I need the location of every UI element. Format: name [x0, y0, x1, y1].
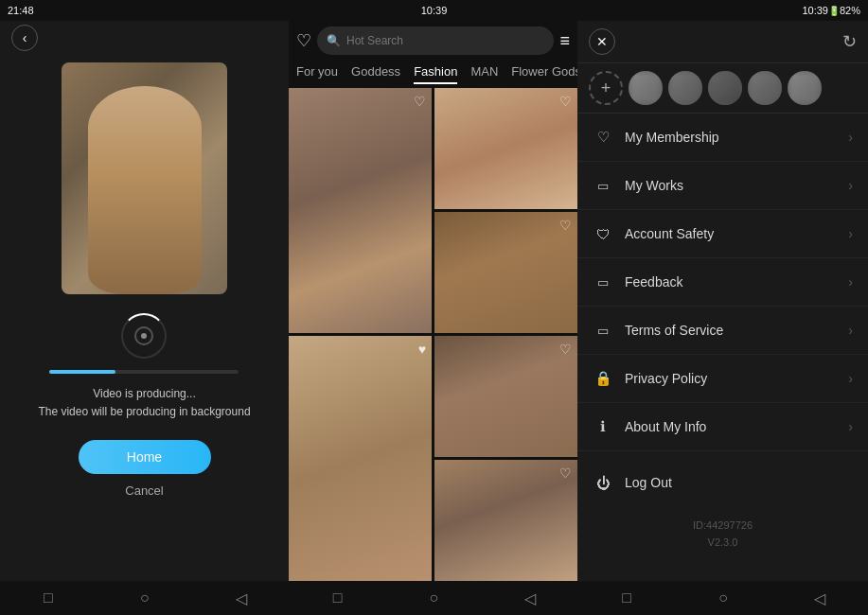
- menu-icon[interactable]: ≡: [559, 31, 570, 51]
- battery-icon-right: 🔋: [828, 6, 840, 16]
- privacy-label: Privacy Policy: [625, 371, 848, 386]
- cancel-button[interactable]: Cancel: [125, 483, 163, 498]
- time-left: 21:48: [8, 5, 34, 16]
- membership-label: My Membership: [625, 130, 848, 145]
- grid-cell-1: ♡: [289, 88, 432, 333]
- heart-overlay-6[interactable]: ♡: [559, 466, 572, 481]
- refresh-button[interactable]: ↻: [842, 31, 857, 52]
- search-bar[interactable]: 🔍: [317, 26, 554, 55]
- grid-cell-5: ♡: [434, 336, 577, 457]
- avatar-3[interactable]: [708, 71, 742, 105]
- menu-item-works[interactable]: ▭ My Works ›: [577, 162, 868, 210]
- heart-overlay-1[interactable]: ♡: [414, 94, 426, 109]
- menu-list: ♡ My Membership › ▭ My Works › 🛡 Account…: [577, 114, 868, 581]
- search-input[interactable]: [346, 34, 544, 47]
- mid-top-bar: ♡ 🔍 ≡: [289, 21, 577, 61]
- tab-fashion[interactable]: Fashion: [414, 64, 457, 84]
- account-safety-arrow: ›: [848, 226, 853, 241]
- avatar-5[interactable]: [788, 71, 822, 105]
- menu-item-logout[interactable]: ⏻ Log Out: [577, 459, 868, 506]
- heart-icon[interactable]: ♡: [296, 30, 311, 51]
- tab-man[interactable]: MAN: [470, 64, 498, 84]
- terms-icon: ▭: [593, 320, 613, 341]
- left-top-bar: ‹: [0, 21, 289, 55]
- menu-item-terms[interactable]: ▭ Terms of Service ›: [577, 307, 868, 355]
- about-label: About My Info: [625, 419, 848, 434]
- progress-bar-fill: [49, 370, 115, 374]
- works-label: My Works: [625, 178, 848, 193]
- avatar-1[interactable]: [629, 71, 663, 105]
- tab-flower-gods[interactable]: Flower Gods: [511, 64, 577, 84]
- bottom-nav: □ ○ ◁ □ ○ ◁ □ ○ ◁: [0, 581, 868, 615]
- works-icon: ▭: [593, 175, 613, 196]
- close-button[interactable]: ✕: [589, 28, 615, 55]
- tab-goddess[interactable]: Goddess: [351, 64, 400, 84]
- nav-circle-1[interactable]: ○: [133, 587, 156, 609]
- battery-right: 82%: [840, 5, 860, 16]
- producing-text: Video is producing... The video will be …: [38, 385, 250, 421]
- privacy-icon: 🔒: [593, 368, 613, 389]
- about-icon: ℹ: [593, 416, 613, 437]
- grid-cell-2: ♡: [434, 88, 577, 209]
- tab-for-you[interactable]: For you: [296, 64, 338, 84]
- menu-item-feedback[interactable]: ▭ Feedback ›: [577, 258, 868, 307]
- logout-label: Log Out: [625, 475, 672, 490]
- about-arrow: ›: [848, 419, 853, 434]
- grid-cell-3: ♡: [434, 212, 577, 333]
- left-panel: ‹ Video is producing... The video will b…: [0, 21, 289, 581]
- feedback-label: Feedback: [625, 274, 848, 290]
- home-button[interactable]: Home: [79, 440, 211, 474]
- preview-image: [62, 62, 227, 294]
- membership-icon: ♡: [593, 127, 613, 148]
- terms-label: Terms of Service: [625, 323, 848, 338]
- spinner: [121, 313, 167, 359]
- feedback-icon: ▭: [593, 272, 613, 292]
- status-bar-right: 10:39 🔋 82%: [576, 5, 860, 16]
- account-safety-label: Account Safety: [625, 226, 848, 241]
- feedback-arrow: ›: [848, 274, 853, 290]
- privacy-arrow: ›: [848, 371, 853, 386]
- nav-tabs: For you Goddess Fashion MAN Flower Gods …: [289, 61, 577, 88]
- time-mid: 10:39: [421, 5, 448, 16]
- nav-square-1[interactable]: □: [37, 587, 60, 609]
- figure-preview: [88, 86, 202, 294]
- nav-square-3[interactable]: □: [615, 587, 638, 609]
- spinner-inner: [134, 326, 153, 345]
- menu-item-about[interactable]: ℹ About My Info ›: [577, 403, 868, 451]
- progress-bar-container: [49, 370, 239, 374]
- grid-cell-4: ♥: [289, 336, 432, 581]
- works-arrow: ›: [848, 178, 853, 193]
- avatar-2[interactable]: [668, 71, 702, 105]
- terms-arrow: ›: [848, 323, 853, 338]
- image-grid: ♡ ♡ ♡ ♥ ♡ ♡: [289, 88, 577, 581]
- version-info: ID:44297726 V2.3.0: [577, 506, 868, 562]
- heart-overlay-4[interactable]: ♥: [418, 342, 426, 357]
- mid-panel: ♡ 🔍 ≡ For you Goddess Fashion MAN Flower…: [289, 21, 577, 581]
- menu-item-privacy[interactable]: 🔒 Privacy Policy ›: [577, 355, 868, 403]
- heart-overlay-5[interactable]: ♡: [559, 342, 572, 357]
- status-bar-mid: 10:39: [292, 5, 576, 16]
- membership-arrow: ›: [848, 130, 853, 145]
- heart-overlay-3[interactable]: ♡: [559, 218, 572, 233]
- add-avatar-button[interactable]: +: [589, 71, 623, 105]
- nav-back-1[interactable]: ◁: [230, 587, 253, 609]
- right-panel: ✕ ↻ + ♡ My Membership › ▭: [577, 21, 868, 581]
- heart-overlay-2[interactable]: ♡: [559, 94, 572, 109]
- nav-circle-3[interactable]: ○: [712, 587, 735, 609]
- search-icon: 🔍: [327, 34, 341, 47]
- nav-square-2[interactable]: □: [327, 587, 349, 609]
- menu-item-membership[interactable]: ♡ My Membership ›: [577, 114, 868, 162]
- nav-circle-2[interactable]: ○: [422, 587, 445, 609]
- time-right: 10:39: [802, 5, 828, 16]
- grid-cell-6: ♡: [434, 460, 577, 581]
- menu-item-account-safety[interactable]: 🛡 Account Safety ›: [577, 210, 868, 258]
- nav-back-2[interactable]: ◁: [519, 587, 541, 609]
- logout-icon: ⏻: [593, 472, 613, 493]
- avatar-4[interactable]: [748, 71, 782, 105]
- status-bar-left: 21:48: [8, 5, 292, 16]
- spinner-dot: [141, 333, 147, 339]
- nav-back-3[interactable]: ◁: [808, 587, 831, 609]
- avatar-row: +: [577, 63, 868, 114]
- spinner-container: Video is producing... The video will be …: [38, 313, 250, 421]
- back-button[interactable]: ‹: [11, 25, 38, 51]
